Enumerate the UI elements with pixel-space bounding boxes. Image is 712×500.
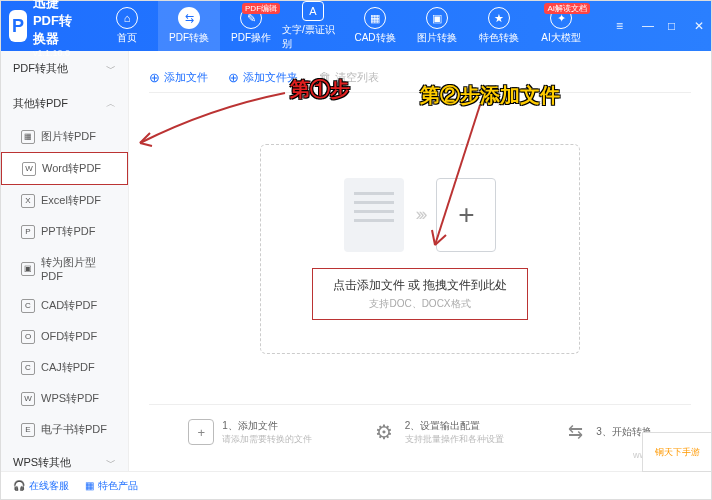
chevron-up-icon: ︿ [106, 97, 116, 111]
tab-pdf-op[interactable]: PDF编辑✎PDF操作 [220, 1, 282, 51]
sidebar-item-imgpdf[interactable]: ▣转为图片型PDF [1, 247, 128, 290]
badge: AI解读文档 [544, 3, 590, 14]
step-title: 2、设置输出配置 [405, 419, 504, 433]
plus-icon: + [436, 178, 496, 252]
nav-tabs: ⌂首页 ⇆PDF转换 PDF编辑✎PDF操作 A文字/票证识别 ▦CAD转换 ▣… [96, 1, 592, 51]
tab-special[interactable]: ★特色转换 [468, 1, 530, 51]
tab-ocr[interactable]: A文字/票证识别 [282, 1, 344, 51]
sidebar-item-ebook-to-pdf[interactable]: E电子书转PDF [1, 414, 128, 445]
step-2: ⚙ 2、设置输出配置支持批量操作和各种设置 [371, 419, 504, 446]
dropzone-title: 点击添加文件 或 拖拽文件到此处 [333, 277, 508, 294]
tab-label: 文字/票证识别 [282, 23, 344, 51]
steps-bar: + 1、添加文件请添加需要转换的文件 ⚙ 2、设置输出配置支持批量操作和各种设置… [149, 404, 691, 459]
dropzone-illustration: ››› + [344, 178, 497, 252]
btn-label: 添加文件夹 [243, 70, 298, 85]
online-support[interactable]: 🎧在线客服 [13, 479, 69, 493]
file-icon: ▣ [21, 262, 35, 276]
sidebar-item-image-to-pdf[interactable]: ▦图片转PDF [1, 121, 128, 152]
app-name: 迅捷PDF转换器 [33, 0, 84, 48]
item-label: WPS转PDF [41, 391, 99, 406]
item-label: Excel转PDF [41, 193, 101, 208]
sidebar-group-other-to-pdf[interactable]: 其他转PDF︿ [1, 86, 128, 121]
file-icon: W [21, 392, 35, 406]
item-label: 转为图片型PDF [41, 255, 116, 282]
tab-home[interactable]: ⌂首页 [96, 1, 158, 51]
toolbar: ⊕添加文件 ⊕添加文件夹 🗑清空列表 [149, 63, 691, 93]
dropzone-text: 点击添加文件 或 拖拽文件到此处 支持DOC、DOCX格式 [312, 268, 529, 320]
sidebar-item-excel-to-pdf[interactable]: XExcel转PDF [1, 185, 128, 216]
close-button[interactable]: ✕ [694, 19, 708, 33]
group-label: 其他转PDF [13, 96, 68, 111]
sidebar-item-ofd-to-pdf[interactable]: OOFD转PDF [1, 321, 128, 352]
file-icon: C [21, 361, 35, 375]
trash-icon: 🗑 [318, 70, 331, 85]
sidebar-item-ppt-to-pdf[interactable]: PPPT转PDF [1, 216, 128, 247]
badge: PDF编辑 [242, 3, 280, 14]
tab-image[interactable]: ▣图片转换 [406, 1, 468, 51]
item-label: PPT转PDF [41, 224, 95, 239]
chevron-down-icon: ﹀ [106, 456, 116, 470]
tab-ai[interactable]: AI解读文档✦AI大模型 [530, 1, 592, 51]
file-icon: C [21, 299, 35, 313]
step-sub: 支持批量操作和各种设置 [405, 433, 504, 446]
group-label: WPS转其他 [13, 455, 71, 470]
grid-icon: ▦ [85, 480, 94, 491]
file-icon [344, 178, 404, 252]
window-controls: ≡ — □ ✕ [616, 19, 712, 33]
plus-file-icon: ⊕ [149, 70, 160, 85]
bottom-bar: 🎧在线客服 ▦特色产品 [1, 471, 711, 499]
tab-label: CAD转换 [354, 31, 395, 45]
file-icon: X [21, 194, 35, 208]
chevron-down-icon: ﹀ [106, 62, 116, 76]
item-label: CAJ转PDF [41, 360, 95, 375]
dropzone-subtitle: 支持DOC、DOCX格式 [333, 297, 508, 311]
clear-button[interactable]: 🗑清空列表 [318, 70, 379, 85]
sidebar-item-wps-to-pdf[interactable]: WWPS转PDF [1, 383, 128, 414]
swap-icon: ⇆ [562, 419, 588, 445]
sidebar-group-wps-to-other[interactable]: WPS转其他﹀ [1, 445, 128, 471]
btn-label: 清空列表 [335, 70, 379, 85]
app-logo: P 迅捷PDF转换器 v1.1.10.0 [9, 0, 84, 58]
tab-pdf-convert[interactable]: ⇆PDF转换 [158, 1, 220, 51]
group-label: PDF转其他 [13, 61, 68, 76]
file-icon: P [21, 225, 35, 239]
tab-label: 特色转换 [479, 31, 519, 45]
sidebar-item-caj-to-pdf[interactable]: CCAJ转PDF [1, 352, 128, 383]
star-icon: ★ [488, 7, 510, 29]
cad-icon: ▦ [364, 7, 386, 29]
label: 特色产品 [98, 479, 138, 493]
add-file-button[interactable]: ⊕添加文件 [149, 70, 208, 85]
logo-icon: P [9, 10, 27, 42]
item-label: OFD转PDF [41, 329, 97, 344]
step-1: + 1、添加文件请添加需要转换的文件 [188, 419, 312, 446]
arrow-icon: ››› [416, 204, 425, 225]
ocr-icon: A [302, 1, 324, 21]
image-icon: ▣ [426, 7, 448, 29]
gear-icon: ⚙ [371, 419, 397, 445]
sidebar-item-cad-to-pdf[interactable]: CCAD转PDF [1, 290, 128, 321]
btn-label: 添加文件 [164, 70, 208, 85]
home-icon: ⌂ [116, 7, 138, 29]
item-label: Word转PDF [42, 161, 101, 176]
dropzone[interactable]: ››› + 点击添加文件 或 拖拽文件到此处 支持DOC、DOCX格式 [260, 144, 580, 354]
app-version: v1.1.10.0 [33, 48, 84, 58]
titlebar: P 迅捷PDF转换器 v1.1.10.0 ⌂首页 ⇆PDF转换 PDF编辑✎PD… [1, 1, 711, 51]
convert-icon: ⇆ [178, 7, 200, 29]
minimize-button[interactable]: — [642, 19, 656, 33]
tab-cad[interactable]: ▦CAD转换 [344, 1, 406, 51]
corner-logo: 铜天下手游 [642, 432, 712, 472]
tab-label: 首页 [117, 31, 137, 45]
item-label: 电子书转PDF [41, 422, 107, 437]
item-label: CAD转PDF [41, 298, 97, 313]
label: 在线客服 [29, 479, 69, 493]
menu-icon[interactable]: ≡ [616, 19, 630, 33]
featured-products[interactable]: ▦特色产品 [85, 479, 138, 493]
file-icon: E [21, 423, 35, 437]
sidebar-item-word-to-pdf[interactable]: WWord转PDF [1, 152, 128, 185]
tab-label: PDF转换 [169, 31, 209, 45]
maximize-button[interactable]: □ [668, 19, 682, 33]
step-sub: 请添加需要转换的文件 [222, 433, 312, 446]
tab-label: AI大模型 [541, 31, 580, 45]
item-label: 图片转PDF [41, 129, 96, 144]
add-folder-button[interactable]: ⊕添加文件夹 [228, 70, 298, 85]
